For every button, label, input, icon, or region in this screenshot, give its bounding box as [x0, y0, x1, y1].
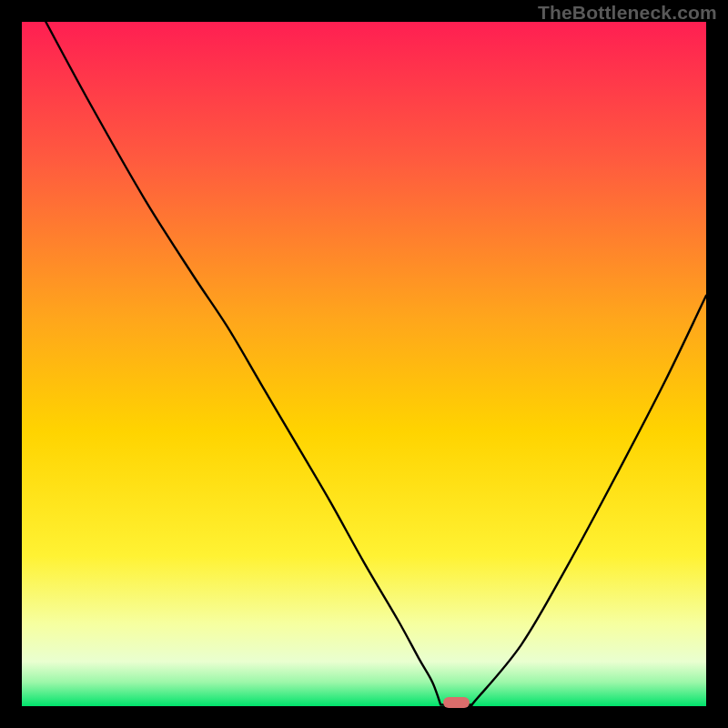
bottleneck-chart: [0, 0, 728, 728]
minimum-marker: [443, 697, 470, 708]
chart-stage: TheBottleneck.com: [0, 0, 728, 728]
watermark-text: TheBottleneck.com: [538, 2, 717, 24]
gradient-background: [22, 22, 706, 706]
